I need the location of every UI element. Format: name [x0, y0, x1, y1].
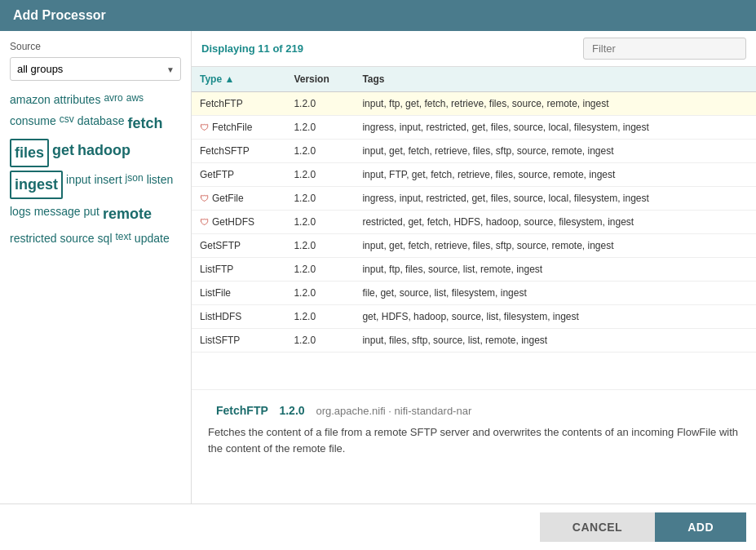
col-version: Version — [285, 67, 354, 92]
tag-remote[interactable]: remote — [103, 202, 152, 226]
restricted-icon: 🛡 — [200, 122, 209, 132]
tag-avro[interactable]: avro — [104, 91, 122, 109]
cell-processor-name: GetSFTP — [192, 234, 285, 258]
table-row[interactable]: ListSFTP1.2.0input, files, sftp, source,… — [192, 329, 756, 353]
cell-tags: input, files, sftp, source, list, remote… — [354, 329, 756, 353]
main-top: Displaying 11 of 219 — [192, 31, 756, 66]
tag-json[interactable]: json — [126, 171, 144, 199]
tag-aws[interactable]: aws — [126, 91, 144, 109]
cell-processor-name: GetFTP — [192, 163, 285, 187]
source-label: Source — [10, 41, 181, 52]
cell-version: 1.2.0 — [285, 92, 354, 116]
cell-tags: input, ftp, files, source, list, remote,… — [354, 258, 756, 282]
restricted-icon: 🛡 — [200, 193, 209, 203]
tag-listen[interactable]: listen — [147, 171, 174, 199]
cell-tags: restricted, get, fetch, HDFS, hadoop, so… — [354, 211, 756, 234]
source-select[interactable]: all groups — [10, 57, 181, 81]
tag-cloud: amazon attributes avro aws consume csv d… — [10, 91, 181, 247]
tag-ingest[interactable]: ingest — [10, 171, 63, 199]
add-button[interactable]: ADD — [655, 512, 746, 542]
sidebar: Source all groups amazon attributes avro… — [0, 31, 192, 503]
cell-processor-name: 🛡GetHDFS — [192, 211, 285, 234]
cell-processor-name: 🛡FetchFile — [192, 116, 285, 140]
detail-description: Fetches the content of a file from a rem… — [208, 424, 740, 456]
add-processor-dialog: Add Processor Source all groups amazon a… — [0, 0, 756, 550]
tag-text[interactable]: text — [116, 229, 131, 247]
detail-org: org.apache.nifi · nifi-standard-nar — [316, 405, 471, 417]
tag-logs[interactable]: logs — [10, 202, 31, 226]
cell-version: 1.2.0 — [285, 234, 354, 258]
table-header: Type ▲ Version Tags — [192, 67, 756, 92]
tag-restricted[interactable]: restricted — [10, 229, 57, 247]
table-row[interactable]: 🛡FetchFile1.2.0ingress, input, restricte… — [192, 116, 756, 140]
cell-version: 1.2.0 — [285, 305, 354, 329]
cell-tags: input, ftp, get, fetch, retrieve, files,… — [354, 92, 756, 116]
table-row[interactable]: ListFTP1.2.0input, ftp, files, source, l… — [192, 258, 756, 282]
table-row[interactable]: ListFile1.2.0file, get, source, list, fi… — [192, 282, 756, 305]
tag-input[interactable]: input — [66, 171, 91, 199]
dialog-header: Add Processor — [0, 0, 756, 31]
tag-database[interactable]: database — [77, 112, 125, 135]
table-row[interactable]: 🛡GetFile1.2.0ingress, input, restricted,… — [192, 187, 756, 211]
table-row[interactable]: GetFTP1.2.0input, FTP, get, fetch, retri… — [192, 163, 756, 187]
cell-tags: input, get, fetch, retrieve, files, sftp… — [354, 234, 756, 258]
tag-amazon[interactable]: amazon — [10, 91, 51, 109]
cell-version: 1.2.0 — [285, 329, 354, 353]
table-row[interactable]: GetSFTP1.2.0input, get, fetch, retrieve,… — [192, 234, 756, 258]
cell-version: 1.2.0 — [285, 116, 354, 140]
tag-put[interactable]: put — [84, 202, 99, 226]
restricted-icon: 🛡 — [200, 217, 209, 227]
cell-processor-name: ListHDFS — [192, 305, 285, 329]
detail-version: 1.2.0 — [279, 404, 307, 417]
tag-sql[interactable]: sql — [98, 229, 113, 247]
filter-input[interactable] — [583, 38, 746, 60]
dialog-title: Add Processor — [13, 8, 106, 22]
cell-version: 1.2.0 — [285, 187, 354, 211]
cell-version: 1.2.0 — [285, 140, 354, 163]
col-type[interactable]: Type ▲ — [192, 67, 285, 92]
cell-processor-name: ListFile — [192, 282, 285, 305]
tag-attributes[interactable]: attributes — [54, 91, 101, 109]
cell-processor-name: ListFTP — [192, 258, 285, 282]
tag-get[interactable]: get — [52, 139, 74, 167]
cell-version: 1.2.0 — [285, 258, 354, 282]
col-tags: Tags — [354, 67, 756, 92]
tag-csv[interactable]: csv — [60, 112, 74, 135]
cancel-button[interactable]: CANCEL — [540, 512, 655, 542]
table-row[interactable]: 🛡GetHDFS1.2.0restricted, get, fetch, HDF… — [192, 211, 756, 234]
source-select-wrapper: all groups — [10, 57, 181, 81]
dialog-body: Source all groups amazon attributes avro… — [0, 31, 756, 503]
cell-processor-name: ListSFTP — [192, 329, 285, 353]
cell-processor-name: FetchFTP — [192, 92, 285, 116]
tag-fetch[interactable]: fetch — [127, 112, 162, 135]
tag-insert[interactable]: insert — [94, 171, 122, 199]
tag-files[interactable]: files — [10, 139, 49, 167]
tag-message[interactable]: message — [34, 202, 81, 226]
cell-version: 1.2.0 — [285, 163, 354, 187]
detail-title: FetchFTP 1.2.0 org.apache.nifi · nifi-st… — [208, 403, 740, 418]
processor-table-container: Type ▲ Version Tags FetchFTP1.2.0input, … — [192, 66, 756, 389]
detail-proc-name: FetchFTP — [216, 404, 271, 417]
table-body: FetchFTP1.2.0input, ftp, get, fetch, ret… — [192, 92, 756, 353]
displaying-count: Displaying 11 of 219 — [201, 42, 303, 55]
cell-tags: ingress, input, restricted, get, files, … — [354, 116, 756, 140]
tag-source[interactable]: source — [60, 229, 95, 247]
dialog-footer: CANCEL ADD — [0, 503, 756, 550]
processor-table: Type ▲ Version Tags FetchFTP1.2.0input, … — [192, 67, 756, 353]
main-content: Displaying 11 of 219 Type ▲ Version Tags… — [192, 31, 756, 503]
tag-hadoop[interactable]: hadoop — [77, 139, 130, 167]
cell-tags: file, get, source, list, filesystem, ing… — [354, 282, 756, 305]
cell-tags: input, FTP, get, fetch, retrieve, files,… — [354, 163, 756, 187]
cell-version: 1.2.0 — [285, 211, 354, 234]
table-row[interactable]: FetchSFTP1.2.0input, get, fetch, retriev… — [192, 140, 756, 163]
table-row[interactable]: ListHDFS1.2.0get, HDFS, hadoop, source, … — [192, 305, 756, 329]
tag-consume[interactable]: consume — [10, 112, 56, 135]
cell-version: 1.2.0 — [285, 282, 354, 305]
cell-tags: get, HDFS, hadoop, source, list, filesys… — [354, 305, 756, 329]
table-row[interactable]: FetchFTP1.2.0input, ftp, get, fetch, ret… — [192, 92, 756, 116]
detail-panel: FetchFTP 1.2.0 org.apache.nifi · nifi-st… — [192, 389, 756, 503]
tag-update[interactable]: update — [135, 229, 170, 247]
cell-tags: input, get, fetch, retrieve, files, sftp… — [354, 140, 756, 163]
cell-processor-name: FetchSFTP — [192, 140, 285, 163]
cell-processor-name: 🛡GetFile — [192, 187, 285, 211]
